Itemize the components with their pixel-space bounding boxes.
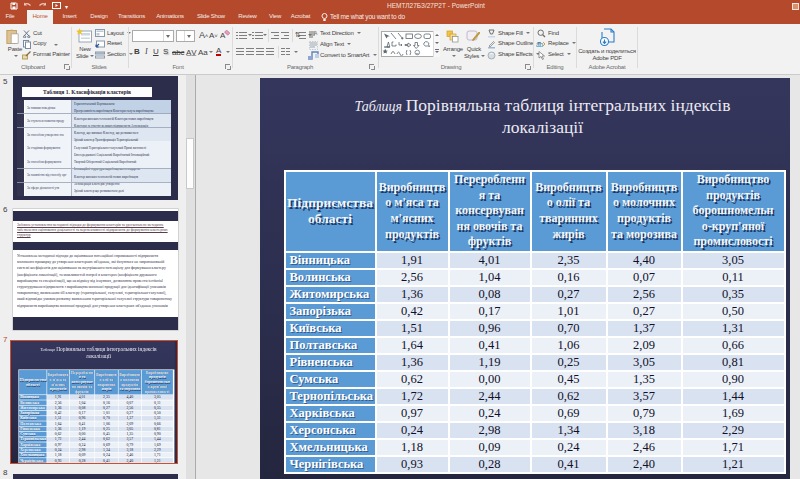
svg-text:ab: ab [536,41,543,48]
svg-text:A: A [314,30,318,36]
